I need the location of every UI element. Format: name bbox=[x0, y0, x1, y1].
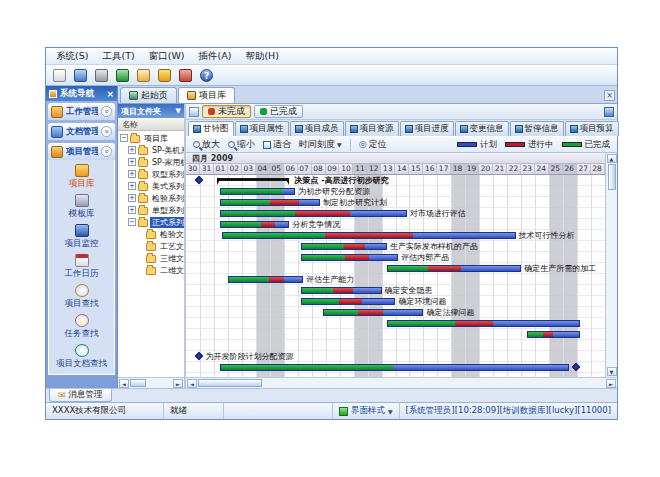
gantt-tab-7[interactable]: 项目预算 bbox=[565, 121, 619, 136]
scroll-up-icon[interactable]: ▲ bbox=[607, 154, 617, 163]
task-bar[interactable] bbox=[220, 210, 407, 217]
tree-node-5[interactable]: +检验系列 bbox=[118, 192, 184, 204]
sidebar-item-task-search[interactable]: 任务查找 bbox=[49, 312, 114, 342]
tree-column-header[interactable]: 名称 bbox=[118, 118, 184, 131]
tree-node-3[interactable]: +双型系列 bbox=[118, 168, 184, 180]
menu-item-1[interactable]: 工具(T) bbox=[95, 48, 141, 65]
close-icon[interactable]: × bbox=[106, 89, 114, 99]
filter-uncompleted[interactable]: 未完成 bbox=[202, 105, 251, 118]
scroll-down-icon[interactable]: ▼ bbox=[607, 367, 617, 376]
gantt-tab-0[interactable]: 甘特图 bbox=[188, 121, 234, 136]
scroll-right-icon[interactable]: ► bbox=[606, 379, 616, 388]
sidebar-item-project-search[interactable]: 项目查找 bbox=[49, 282, 114, 312]
gantt-h-scrollbar-thumb[interactable] bbox=[198, 379, 262, 387]
gantt-tab-3[interactable]: 项目资源 bbox=[345, 121, 399, 136]
time-scale-button[interactable]: 时间刻度 ▼ bbox=[296, 137, 345, 152]
sidebar-item-project-monitor[interactable]: 项目监控 bbox=[49, 222, 114, 252]
tree-node-8[interactable]: 检验文件 bbox=[118, 228, 184, 240]
skin-label: 界面样式 bbox=[351, 405, 385, 417]
menu-item-4[interactable]: 帮助(H) bbox=[238, 48, 286, 65]
expander-icon[interactable]: − bbox=[128, 218, 136, 226]
status-skin-selector[interactable]: 界面样式 ▼ bbox=[333, 403, 400, 419]
gantt-tab-6[interactable]: 暂停信息 bbox=[510, 121, 564, 136]
fit-button[interactable]: 适合 bbox=[260, 137, 294, 152]
menu-item-3[interactable]: 插件(A) bbox=[191, 48, 238, 65]
task-bar[interactable] bbox=[228, 276, 303, 283]
expander-icon[interactable]: + bbox=[128, 170, 136, 178]
expander-icon[interactable]: − bbox=[120, 134, 128, 142]
tree-node-4[interactable]: +美式系列 bbox=[118, 180, 184, 192]
sidebar-item-project-doc-search[interactable]: 项目文档查找 bbox=[49, 342, 114, 372]
doc-tab-1[interactable]: 项目库 bbox=[178, 87, 235, 103]
gantt-chart[interactable]: 决策点 -高层进行初步研究为初步研究分配资源制定初步研究计划对市场进行评估分析竞… bbox=[186, 175, 605, 377]
tree-node-10[interactable]: 三维文件 bbox=[118, 252, 184, 264]
gantt-h-scrollbar[interactable]: ◄ ► bbox=[186, 377, 617, 388]
menu-item-0[interactable]: 系统(S) bbox=[49, 48, 95, 65]
sidebar-item-project-library[interactable]: 项目库 bbox=[49, 162, 114, 192]
doc-tab-0[interactable]: 起始页 bbox=[120, 87, 177, 103]
tree-node-11[interactable]: 二维文件 bbox=[118, 264, 184, 276]
sidebar-item-work-calendar[interactable]: 工作日历 bbox=[49, 252, 114, 282]
task-bar[interactable] bbox=[323, 309, 424, 316]
tree-h-scrollbar-thumb[interactable] bbox=[130, 379, 146, 387]
expander-icon[interactable]: + bbox=[128, 194, 136, 202]
chevron-up-icon[interactable]: » bbox=[101, 146, 112, 157]
tree-node-6[interactable]: +单型系列 bbox=[118, 204, 184, 216]
gantt-tab-5[interactable]: 变更信息 bbox=[455, 121, 509, 136]
gantt-tab-2[interactable]: 项目成员 bbox=[290, 121, 344, 136]
chevron-down-icon[interactable]: » bbox=[101, 126, 112, 137]
gantt-tab-4[interactable]: 项目进度 bbox=[400, 121, 454, 136]
gantt-v-scrollbar-thumb[interactable] bbox=[608, 164, 616, 190]
locate-button[interactable]: ◎ 定位 bbox=[356, 137, 390, 152]
chevron-down-icon[interactable]: » bbox=[101, 106, 112, 117]
task-bar[interactable] bbox=[527, 331, 580, 338]
zoom-in-button[interactable]: 放大 bbox=[190, 137, 223, 152]
toolbar-button-4[interactable] bbox=[134, 66, 153, 84]
section-header-work-management[interactable]: 工作管理» bbox=[48, 103, 115, 120]
section-header-document-management[interactable]: 文档管理» bbox=[48, 123, 115, 140]
task-bar[interactable] bbox=[220, 188, 295, 195]
tree-node-9[interactable]: 工艺文件 bbox=[118, 240, 184, 252]
task-bar[interactable] bbox=[222, 232, 515, 239]
expander-icon[interactable]: + bbox=[128, 182, 136, 190]
filter-grid-icon[interactable] bbox=[189, 107, 199, 117]
scroll-left-icon[interactable]: ◄ bbox=[187, 379, 197, 388]
menu-item-2[interactable]: 窗口(W) bbox=[142, 48, 192, 65]
expander-icon[interactable]: + bbox=[128, 146, 136, 154]
task-bar[interactable] bbox=[301, 254, 399, 261]
toolbar-button-5[interactable] bbox=[155, 66, 174, 84]
chevron-down-icon[interactable]: ▼ bbox=[176, 107, 181, 115]
task-bar[interactable] bbox=[301, 243, 388, 250]
task-bar[interactable] bbox=[387, 265, 521, 272]
tree-node-1[interactable]: +SP-美机系列 bbox=[118, 144, 184, 156]
scroll-right-icon[interactable]: ► bbox=[173, 379, 183, 388]
task-bar[interactable] bbox=[220, 199, 321, 206]
toolbar-button-7[interactable]: ? bbox=[197, 66, 216, 84]
toolbar-button-1[interactable] bbox=[71, 66, 90, 84]
task-bar[interactable] bbox=[220, 221, 290, 228]
tab-close-icon[interactable]: × bbox=[604, 90, 615, 101]
task-bar[interactable] bbox=[301, 287, 382, 294]
task-bar[interactable] bbox=[220, 364, 569, 371]
toolbar-button-3[interactable] bbox=[113, 66, 132, 84]
sidebar-item-template-library[interactable]: 模板库 bbox=[49, 192, 114, 222]
tree-node-7[interactable]: −正式系列 bbox=[118, 216, 184, 228]
gantt-v-scrollbar[interactable]: ▲ ▼ bbox=[605, 153, 617, 377]
tree-h-scrollbar[interactable]: ◄ ► bbox=[118, 377, 184, 388]
section-header-project-management[interactable]: 项目管理» bbox=[48, 143, 115, 160]
expander-icon[interactable]: + bbox=[128, 158, 136, 166]
toolbar-button-0[interactable] bbox=[50, 66, 69, 84]
toolbar-button-2[interactable] bbox=[92, 66, 111, 84]
expander-icon[interactable]: + bbox=[128, 206, 136, 214]
tree-node-2[interactable]: +SP-家用机系列 bbox=[118, 156, 184, 168]
tab-message-management[interactable]: ✉ 消息管理 bbox=[49, 389, 112, 402]
tree-node-0[interactable]: −项目库 bbox=[118, 132, 184, 144]
scroll-left-icon[interactable]: ◄ bbox=[119, 379, 129, 388]
task-bar[interactable] bbox=[387, 320, 580, 327]
task-bar[interactable] bbox=[301, 298, 396, 305]
toolbar-button-6[interactable] bbox=[176, 66, 195, 84]
filter-options-icon[interactable] bbox=[604, 107, 614, 117]
gantt-tab-1[interactable]: 项目属性 bbox=[235, 121, 289, 136]
filter-completed[interactable]: 已完成 bbox=[254, 105, 303, 118]
zoom-out-button[interactable]: 缩小 bbox=[225, 137, 258, 152]
